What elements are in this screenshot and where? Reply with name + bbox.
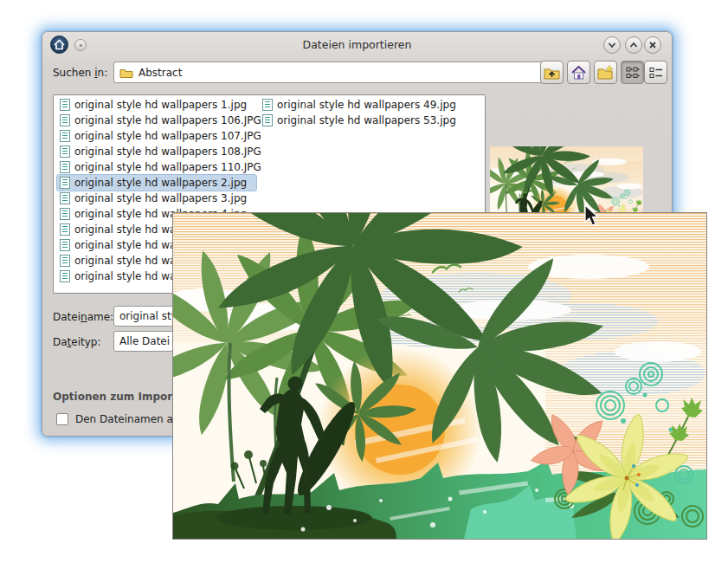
desktop: { "window": { "title": "Dateien importie… [0, 0, 728, 563]
chevron-down-icon [607, 40, 617, 50]
folder-icon [119, 67, 133, 78]
use-filename-checkbox[interactable] [56, 413, 68, 425]
maximize-button[interactable] [625, 36, 642, 54]
home-button[interactable] [567, 61, 590, 84]
mouse-cursor-icon [583, 204, 601, 227]
new-folder-icon [597, 65, 614, 80]
file-name: original style hd wallpapers 106.JPG [74, 114, 261, 126]
filetype-value: Alle Datei [119, 335, 170, 347]
close-button[interactable] [644, 36, 661, 54]
filename-value: original sty [119, 310, 177, 322]
file-icon [60, 208, 70, 220]
file-icon [60, 239, 70, 251]
file-list-column-2: original style hd wallpapers 49.jpg orig… [260, 97, 483, 128]
file-icon [60, 192, 70, 204]
location-combobox[interactable]: Abstract [113, 61, 560, 83]
minimize-button[interactable] [603, 36, 621, 54]
file-icon [60, 130, 70, 142]
file-icon [60, 270, 70, 282]
file-item[interactable]: original style hd wallpapers 49.jpg [260, 97, 483, 113]
file-name: original style hd wall [74, 255, 182, 267]
tropical-wallpaper-large-preview [173, 213, 706, 539]
image-preview-popup [172, 212, 707, 540]
home-icon [570, 65, 587, 81]
file-icon [60, 99, 70, 111]
file-name: original style hd wallpapers 3.jpg [74, 192, 247, 204]
file-name: original style hd wallpapers 53.jpg [277, 114, 456, 126]
titlebar[interactable]: Dateien importieren [42, 32, 672, 56]
icon-view-icon [625, 66, 641, 80]
folder-up-icon [544, 66, 560, 80]
file-item[interactable]: original style hd wallpapers 110.JPG [57, 159, 256, 175]
file-item[interactable]: original style hd wallpapers 53.jpg [260, 113, 483, 128]
chevron-up-icon [628, 40, 639, 50]
file-icon [60, 114, 70, 126]
file-name: original style hd wall [74, 270, 182, 282]
icon-view-button[interactable] [621, 61, 644, 84]
import-options-title: Optionen zum Import [53, 391, 177, 403]
file-icon [262, 99, 273, 111]
file-name: original style hd wallpapers 110.JPG [74, 161, 261, 173]
file-item-selected[interactable]: original style hd wallpapers 2.jpg [57, 175, 256, 191]
new-folder-button[interactable] [594, 61, 617, 84]
parent-folder-button[interactable] [540, 61, 564, 84]
file-item[interactable]: original style hd wallpapers 1.jpg [57, 97, 256, 113]
file-name: original style hd wallpapers 1.jpg [74, 99, 247, 111]
file-icon [60, 223, 70, 236]
file-icon [60, 146, 70, 158]
file-item[interactable]: original style hd wallpapers 107.JPG [57, 128, 256, 144]
location-value: Abstract [139, 67, 182, 79]
close-icon [647, 40, 658, 50]
list-view-icon [648, 66, 664, 80]
use-filename-checkbox-label: Den Dateinamen als [75, 413, 181, 425]
file-name: original style hd wallpapers 107.JPG [74, 130, 261, 142]
window-title: Dateien importieren [42, 38, 672, 51]
file-name: original style hd wallpapers 49.jpg [277, 99, 456, 111]
file-icon [60, 255, 70, 267]
file-name: original style hd wallpapers 2.jpg [74, 177, 247, 189]
look-in-label: Suchen in: [53, 67, 107, 79]
file-icon [60, 161, 70, 173]
file-icon [60, 177, 70, 189]
file-item[interactable]: original style hd wallpapers 106.JPG [57, 113, 256, 128]
filename-label: Dateiname: [53, 311, 113, 323]
file-item[interactable]: original style hd wallpapers 108.JPG [57, 144, 256, 159]
file-item[interactable]: original style hd wallpapers 3.jpg [57, 191, 256, 206]
file-name: original style hd wallpapers 108.JPG [74, 146, 261, 158]
filetype-label: Dateityp: [53, 336, 101, 348]
list-view-button[interactable] [644, 61, 667, 84]
file-name: original style hd wall [74, 239, 182, 251]
file-icon [262, 114, 273, 126]
file-name: original style hd wall [74, 223, 182, 236]
